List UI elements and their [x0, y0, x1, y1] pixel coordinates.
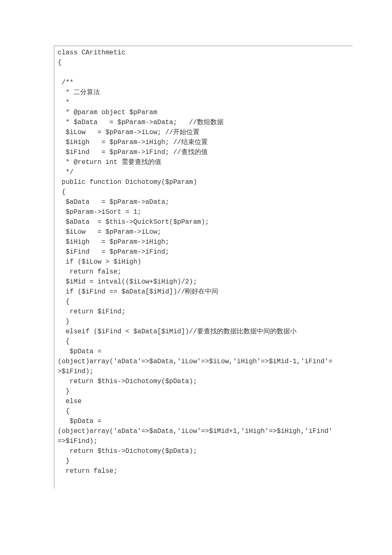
code-line: { — [58, 337, 349, 347]
code-line: } — [58, 456, 349, 466]
code-line: =>$iFind); — [58, 436, 349, 446]
code-line: $iFind = $pParam->iFind; //查找的值 — [58, 147, 349, 157]
code-line: * 二分算法 — [58, 88, 349, 98]
code-line: >$iFind); — [58, 367, 349, 377]
code-line — [58, 68, 349, 78]
code-line: /** — [58, 78, 349, 88]
code-line: */ — [58, 167, 349, 177]
code-block-container: class CArithmetic{ /** * 二分算法 * * @param… — [54, 46, 353, 489]
code-line: $pData = — [58, 347, 349, 357]
code-line: { — [58, 297, 349, 307]
code-line: $iHigh = $pParam->iHigh; //结束位置 — [58, 137, 349, 147]
code-line: if ($iFind == $aData[$iMid])//刚好在中间 — [58, 287, 349, 297]
code-line: return $this->Dichotomy($pData); — [58, 377, 349, 386]
code-line: return false; — [58, 466, 349, 476]
code-line: $pData = — [58, 416, 349, 426]
code-line: return $this->Dichotomy($pData); — [58, 446, 349, 456]
code-line: } — [58, 386, 349, 396]
code-line: $iLow = $pParam->iLow; //开始位置 — [58, 127, 349, 137]
code-line: { — [58, 406, 349, 416]
code-line: $aData = $pParam->aData; — [58, 197, 349, 207]
code-line: } — [58, 317, 349, 327]
code-line: $iFind = $pParam->iFind; — [58, 247, 349, 257]
code-line: class CArithmetic — [58, 48, 349, 58]
code-content: class CArithmetic{ /** * 二分算法 * * @param… — [58, 48, 349, 476]
code-line: * — [58, 98, 349, 108]
code-line: if ($iLow > $iHigh) — [58, 257, 349, 267]
code-line: return false; — [58, 267, 349, 277]
code-line: $iHigh = $pParam->iHigh; — [58, 237, 349, 247]
code-line: { — [58, 187, 349, 197]
code-line: return $iFind; — [58, 307, 349, 317]
code-line: (object)array('aData'=>$aData,'iLow'=>$i… — [58, 426, 349, 436]
code-line: $iMid = intval(($iLow+$iHigh)/2); — [58, 277, 349, 287]
code-line: else — [58, 396, 349, 406]
code-line: $pParam->iSort = 1; — [58, 207, 349, 217]
code-line: public function Dichotomy($pParam) — [58, 177, 349, 187]
code-line: { — [58, 58, 349, 68]
code-line: * @return int 需要查找的值 — [58, 157, 349, 167]
code-line: (object)array('aData'=>$aData,'iLow'=>$i… — [58, 357, 349, 367]
code-line: $aData = $this->QuickSort($pParam); — [58, 217, 349, 227]
code-line: $iLow = $pParam->iLow; — [58, 227, 349, 237]
code-line: * $aData = $pParam->aData; //数组数据 — [58, 117, 349, 127]
code-line: elseif ($iFind < $aData[$iMid])//要查找的数据比… — [58, 327, 349, 337]
code-line: * @param object $pParam — [58, 108, 349, 117]
document-page: class CArithmetic{ /** * 二分算法 * * @param… — [0, 0, 392, 555]
